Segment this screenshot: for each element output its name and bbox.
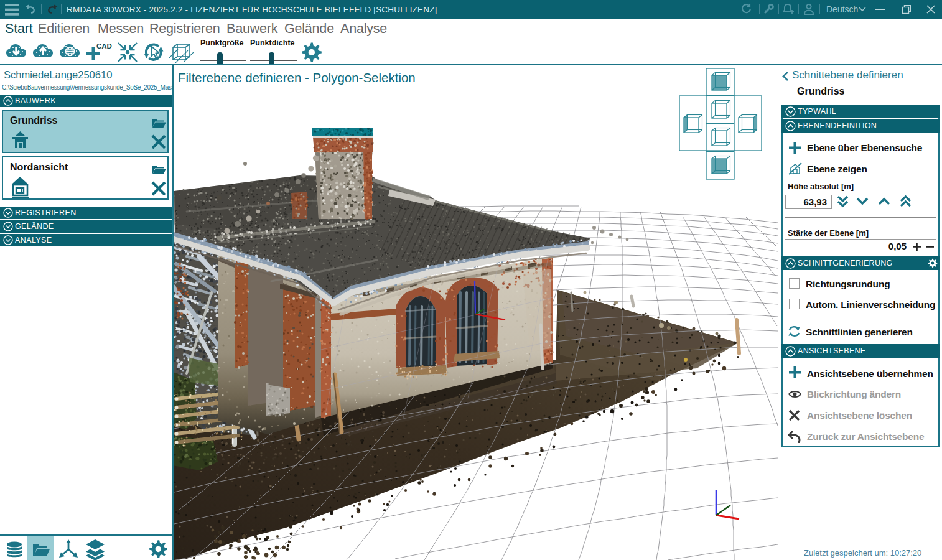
svg-text:CAD: CAD [96, 42, 112, 50]
